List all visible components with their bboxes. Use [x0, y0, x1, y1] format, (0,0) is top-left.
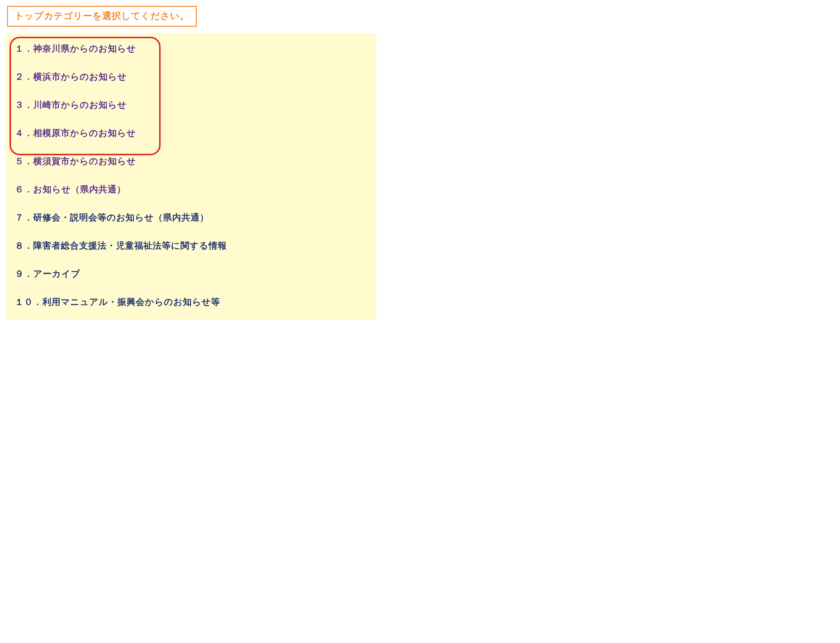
category-label: 障害者総合支援法・児童福祉法等に関する情報: [33, 241, 227, 250]
page-root: トップカテゴリーを選択してください。 １．神奈川県からのお知らせ ２．横浜市から…: [0, 0, 382, 326]
category-link-3[interactable]: ３．川崎市からのお知らせ: [15, 100, 127, 109]
category-number: ６．: [15, 184, 33, 194]
category-number: ４．: [15, 128, 33, 138]
header-instruction-text: トップカテゴリーを選択してください。: [15, 11, 189, 21]
category-link-1[interactable]: １．神奈川県からのお知らせ: [15, 44, 136, 53]
category-label: お知らせ（県内共通）: [33, 184, 126, 194]
category-label: 利用マニュアル・振興会からのお知らせ等: [42, 297, 220, 307]
category-number: ２．: [15, 72, 33, 82]
category-item: ６．お知らせ（県内共通）: [10, 182, 373, 197]
category-link-4[interactable]: ４．相模原市からのお知らせ: [15, 128, 136, 138]
category-link-2[interactable]: ２．横浜市からのお知らせ: [15, 72, 127, 82]
category-label: アーカイブ: [33, 269, 80, 279]
category-number: ９．: [15, 269, 33, 279]
category-label: 横須賀市からのお知らせ: [33, 156, 136, 166]
category-link-6[interactable]: ６．お知らせ（県内共通）: [15, 184, 126, 194]
category-item: ２．横浜市からのお知らせ: [10, 69, 373, 85]
category-link-8[interactable]: ８．障害者総合支援法・児童福祉法等に関する情報: [15, 241, 227, 250]
category-item: １．神奈川県からのお知らせ: [10, 41, 373, 57]
category-item: ９．アーカイブ: [10, 266, 373, 282]
category-number: ５．: [15, 156, 33, 166]
category-label: 川崎市からのお知らせ: [33, 100, 127, 109]
category-link-10[interactable]: １０．利用マニュアル・振興会からのお知らせ等: [15, 297, 220, 307]
category-item: ７．研修会・説明会等のお知らせ（県内共通）: [10, 210, 373, 225]
category-number: ８．: [15, 241, 33, 250]
category-item: １０．利用マニュアル・振興会からのお知らせ等: [10, 294, 373, 310]
category-label: 研修会・説明会等のお知らせ（県内共通）: [33, 212, 209, 222]
category-number: ３．: [15, 100, 33, 109]
category-item: ３．川崎市からのお知らせ: [10, 97, 373, 113]
category-item: ５．横須賀市からのお知らせ: [10, 153, 373, 169]
category-item: ４．相模原市からのお知らせ: [10, 125, 373, 141]
category-label: 相模原市からのお知らせ: [33, 128, 136, 138]
category-number: ７．: [15, 212, 33, 222]
category-label: 横浜市からのお知らせ: [33, 72, 127, 82]
category-link-7[interactable]: ７．研修会・説明会等のお知らせ（県内共通）: [15, 212, 209, 222]
category-link-5[interactable]: ５．横須賀市からのお知らせ: [15, 156, 136, 166]
category-number: １．: [15, 44, 33, 53]
category-link-9[interactable]: ９．アーカイブ: [15, 269, 80, 279]
header-instruction-box: トップカテゴリーを選択してください。: [7, 6, 197, 27]
category-list-panel: １．神奈川県からのお知らせ ２．横浜市からのお知らせ ３．川崎市からのお知らせ …: [6, 33, 376, 320]
category-number: １０．: [15, 297, 42, 307]
category-label: 神奈川県からのお知らせ: [33, 44, 136, 53]
category-item: ８．障害者総合支援法・児童福祉法等に関する情報: [10, 238, 373, 254]
